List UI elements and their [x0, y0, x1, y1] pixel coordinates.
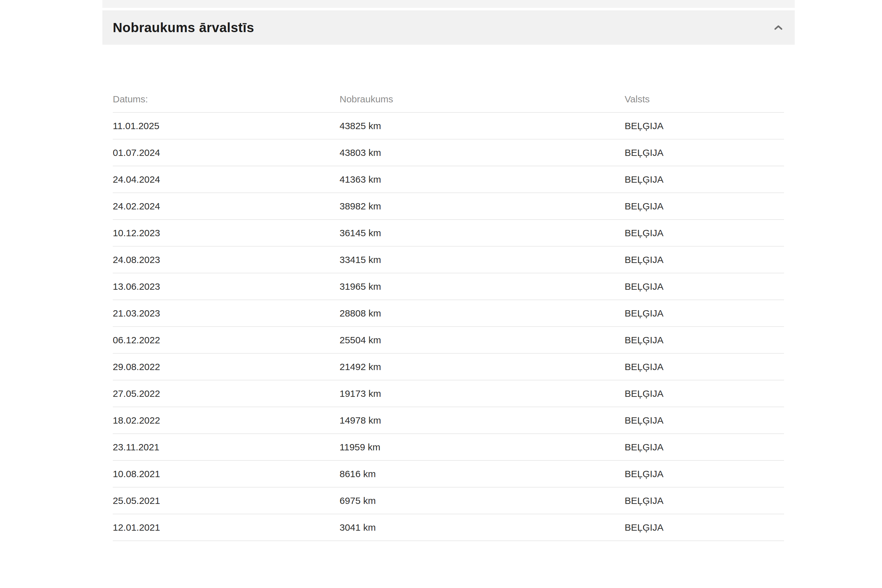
cell-mileage: 14978 km — [340, 415, 625, 426]
cell-country: BEĻĢIJA — [625, 469, 784, 479]
cell-country: BEĻĢIJA — [625, 281, 784, 292]
column-header-mileage: Nobraukums — [340, 94, 625, 105]
cell-mileage: 41363 km — [340, 174, 625, 185]
cell-mileage: 31965 km — [340, 281, 625, 292]
collapse-button[interactable] — [771, 20, 786, 35]
cell-mileage: 36145 km — [340, 228, 625, 238]
cell-mileage: 38982 km — [340, 201, 625, 212]
cell-country: BEĻĢIJA — [625, 228, 784, 238]
cell-mileage: 33415 km — [340, 255, 625, 265]
cell-country: BEĻĢIJA — [625, 335, 784, 345]
cell-date: 01.07.2024 — [113, 147, 340, 158]
cell-country: BEĻĢIJA — [625, 442, 784, 453]
cell-date: 18.02.2022 — [113, 415, 340, 426]
column-header-country: Valsts — [625, 94, 784, 105]
table-header-row: Datums: Nobraukums Valsts — [113, 86, 784, 113]
cell-date: 24.08.2023 — [113, 255, 340, 265]
cell-country: BEĻĢIJA — [625, 147, 784, 158]
table-row: 21.03.2023 28808 km BEĻĢIJA — [113, 300, 784, 327]
table-row: 10.12.2023 36145 km BEĻĢIJA — [113, 220, 784, 247]
cell-mileage: 43825 km — [340, 121, 625, 131]
table-row: 25.05.2021 6975 km BEĻĢIJA — [113, 488, 784, 514]
table-row: 29.08.2022 21492 km BEĻĢIJA — [113, 354, 784, 381]
chevron-up-icon — [774, 25, 783, 31]
cell-date: 21.03.2023 — [113, 308, 340, 319]
cell-country: BEĻĢIJA — [625, 362, 784, 372]
cell-country: BEĻĢIJA — [625, 121, 784, 131]
cell-mileage: 6975 km — [340, 495, 625, 506]
cell-mileage: 28808 km — [340, 308, 625, 319]
cell-date: 24.04.2024 — [113, 174, 340, 185]
column-header-date: Datums: — [113, 94, 340, 105]
cell-mileage: 3041 km — [340, 522, 625, 533]
cell-mileage: 43803 km — [340, 147, 625, 158]
cell-date: 10.08.2021 — [113, 469, 340, 479]
cell-country: BEĻĢIJA — [625, 522, 784, 533]
cell-mileage: 19173 km — [340, 388, 625, 399]
mileage-abroad-section: Nobraukums ārvalstīs Datums: Nobraukums … — [102, 0, 795, 588]
table-row: 12.01.2021 3041 km BEĻĢIJA — [113, 514, 784, 541]
table-row: 23.11.2021 11959 km BEĻĢIJA — [113, 434, 784, 461]
table-row: 24.04.2024 41363 km BEĻĢIJA — [113, 166, 784, 193]
accordion-header[interactable]: Nobraukums ārvalstīs — [102, 10, 795, 45]
cell-date: 13.06.2023 — [113, 281, 340, 292]
cell-country: BEĻĢIJA — [625, 388, 784, 399]
section-title: Nobraukums ārvalstīs — [113, 20, 254, 35]
cell-date: 12.01.2021 — [113, 522, 340, 533]
cell-date: 06.12.2022 — [113, 335, 340, 345]
previous-section-edge — [102, 0, 795, 8]
cell-mileage: 21492 km — [340, 362, 625, 372]
cell-date: 27.05.2022 — [113, 388, 340, 399]
table-body: 11.01.2025 43825 km BEĻĢIJA 01.07.2024 4… — [113, 113, 784, 541]
cell-country: BEĻĢIJA — [625, 201, 784, 212]
table-row: 24.08.2023 33415 km BEĻĢIJA — [113, 247, 784, 273]
cell-date: 23.11.2021 — [113, 442, 340, 453]
cell-date: 10.12.2023 — [113, 228, 340, 238]
cell-country: BEĻĢIJA — [625, 308, 784, 319]
cell-mileage: 8616 km — [340, 469, 625, 479]
cell-date: 25.05.2021 — [113, 495, 340, 506]
cell-country: BEĻĢIJA — [625, 495, 784, 506]
cell-country: BEĻĢIJA — [625, 415, 784, 426]
table-row: 27.05.2022 19173 km BEĻĢIJA — [113, 381, 784, 407]
cell-date: 11.01.2025 — [113, 121, 340, 131]
table-row: 13.06.2023 31965 km BEĻĢIJA — [113, 273, 784, 300]
mileage-table: Datums: Nobraukums Valsts 11.01.2025 438… — [113, 86, 784, 541]
table-row: 01.07.2024 43803 km BEĻĢIJA — [113, 140, 784, 166]
cell-date: 29.08.2022 — [113, 362, 340, 372]
table-row: 18.02.2022 14978 km BEĻĢIJA — [113, 407, 784, 434]
table-row: 06.12.2022 25504 km BEĻĢIJA — [113, 327, 784, 354]
table-row: 24.02.2024 38982 km BEĻĢIJA — [113, 193, 784, 220]
table-row: 11.01.2025 43825 km BEĻĢIJA — [113, 113, 784, 140]
cell-mileage: 25504 km — [340, 335, 625, 345]
table-row: 10.08.2021 8616 km BEĻĢIJA — [113, 461, 784, 488]
cell-date: 24.02.2024 — [113, 201, 340, 212]
cell-country: BEĻĢIJA — [625, 255, 784, 265]
cell-country: BEĻĢIJA — [625, 174, 784, 185]
cell-mileage: 11959 km — [340, 442, 625, 453]
